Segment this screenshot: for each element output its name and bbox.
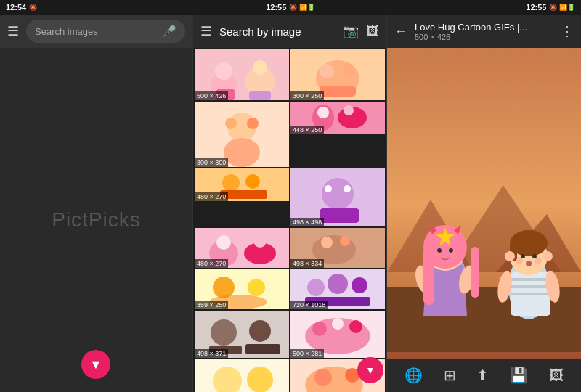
detail-toolbar: ← Love Hug Cartoon GIFs |... 500 × 426 ⋮ — [387, 15, 581, 48]
globe-icon[interactable]: 🌐 — [399, 361, 428, 390]
grid-icon[interactable]: ⊞ — [438, 361, 462, 390]
thumbnail-svg — [195, 102, 289, 167]
grid-item[interactable]: 498 × 334 — [290, 228, 385, 268]
svg-point-105 — [505, 251, 515, 261]
image-grid: 500 × 426 300 × 250 — [193, 48, 386, 392]
svg-point-103 — [516, 257, 523, 264]
hamburger-icon[interactable]: ☰ — [7, 23, 19, 39]
panel-pictpicks: ☰ Search images 🎤 PictPicks ▼ — [0, 15, 192, 392]
svg-point-24 — [245, 174, 260, 189]
time-3: 12:55 — [526, 3, 546, 12]
svg-point-104 — [535, 257, 542, 264]
svg-point-35 — [253, 234, 267, 248]
svg-rect-28 — [320, 208, 359, 223]
svg-point-66 — [314, 369, 332, 386]
svg-point-59 — [332, 318, 344, 330]
status-panel-1: 12:54 🔕 — [0, 0, 194, 15]
svg-point-15 — [225, 118, 237, 129]
grid-item[interactable]: 480 × 270 — [195, 228, 289, 268]
search-toolbar: ☰ Search by image 📷 🖼 — [193, 15, 386, 48]
panel-search: ☰ Search by image 📷 🖼 — [192, 15, 387, 392]
image-icon[interactable]: 🖼 — [543, 362, 569, 390]
svg-rect-54 — [245, 344, 280, 354]
grid-item[interactable]: 498 × 384 — [195, 359, 289, 392]
grid-size: 480 × 270 — [195, 259, 228, 268]
grid-item[interactable]: 480 × 270 — [195, 168, 289, 201]
search-hamburger-icon[interactable]: ☰ — [200, 23, 212, 39]
detail-subtitle: 500 × 426 — [415, 33, 553, 41]
grid-size: 300 × 250 — [290, 91, 324, 100]
svg-point-46 — [307, 279, 325, 296]
grid-item[interactable]: 448 × 250 — [290, 102, 385, 134]
camera-icon[interactable]: 📷 — [343, 23, 359, 39]
grid-size: 498 × 498 — [290, 218, 324, 226]
svg-point-57 — [312, 322, 327, 336]
grid-item[interactable]: 498 × 498 — [290, 168, 385, 226]
svg-point-4 — [253, 60, 267, 75]
status-icons-3: 🔕 📶🔋 — [549, 4, 575, 11]
svg-point-62 — [247, 367, 273, 392]
pictpicks-logo: PictPicks — [52, 208, 141, 232]
grid-item[interactable]: 500 × 426 — [195, 49, 289, 100]
more-icon[interactable]: ⋮ — [561, 23, 574, 39]
save-icon[interactable]: 💾 — [504, 361, 534, 390]
grid-size: 359 × 250 — [195, 301, 228, 309]
svg-point-89 — [450, 251, 458, 258]
filter-icon-1: ▼ — [89, 357, 102, 372]
svg-point-52 — [249, 320, 271, 342]
grid-item[interactable]: 498 × 371 — [195, 311, 289, 358]
main-area: ☰ Search images 🎤 PictPicks ▼ ☰ Search b… — [0, 15, 581, 392]
cartoon-scene — [387, 48, 581, 359]
grid-size: 448 × 250 — [290, 126, 324, 134]
svg-point-23 — [222, 174, 240, 192]
filter-icon-2: ▼ — [365, 364, 375, 376]
grid-size: 500 × 281 — [290, 349, 324, 358]
share-icon[interactable]: ⬆ — [471, 361, 495, 390]
grid-item[interactable]: 359 × 250 — [195, 269, 289, 309]
svg-point-10 — [343, 64, 354, 75]
svg-point-21 — [344, 105, 354, 115]
grid-size: 500 × 426 — [195, 91, 228, 100]
search-title: Search by image — [219, 25, 336, 38]
grid-item[interactable]: 500 × 281 — [290, 311, 385, 358]
status-icons-1: 🔕 — [29, 4, 37, 11]
svg-point-30 — [344, 185, 351, 192]
svg-point-106 — [543, 251, 553, 261]
svg-point-9 — [320, 64, 334, 78]
svg-rect-92 — [511, 278, 550, 281]
svg-point-51 — [211, 319, 237, 346]
grid-size: 498 × 334 — [290, 259, 324, 268]
grid-size: 480 × 270 — [195, 192, 228, 201]
time-1: 12:54 — [6, 3, 26, 12]
grid-size: 498 × 371 — [195, 349, 228, 358]
svg-rect-93 — [511, 285, 550, 288]
mic-icon[interactable]: 🎤 — [162, 25, 176, 38]
search-box[interactable]: Search images 🎤 — [26, 20, 185, 43]
svg-rect-11 — [320, 86, 356, 97]
grid-item[interactable]: 300 × 300 — [195, 102, 289, 167]
filter-fab-2[interactable]: ▼ — [357, 357, 383, 383]
grid-size: 300 × 300 — [195, 158, 228, 167]
svg-point-3 — [215, 62, 232, 80]
image-upload-icon[interactable]: 🖼 — [366, 24, 379, 39]
grid-item[interactable]: 720 × 1018 — [290, 269, 385, 309]
status-panel-2: 12:55 🔕 📶🔋 — [194, 0, 388, 15]
detail-title: Love Hug Cartoon GIFs |... — [415, 22, 553, 33]
grid-item[interactable]: 300 × 250 — [290, 49, 385, 100]
time-2: 12:55 — [266, 3, 286, 12]
detail-title-wrap: Love Hug Cartoon GIFs |... 500 × 426 — [415, 22, 553, 41]
detail-bottom-bar: 🌐 ⊞ ⬆ 💾 🖼 — [387, 359, 581, 392]
svg-rect-84 — [471, 247, 479, 298]
pictpicks-content: PictPicks — [0, 48, 192, 392]
detail-image-area — [387, 48, 581, 359]
svg-point-39 — [321, 237, 333, 248]
grid-size: 720 × 1018 — [290, 301, 328, 309]
svg-point-29 — [325, 185, 332, 192]
svg-point-34 — [216, 235, 231, 250]
status-panel-3: 12:55 🔕 📶🔋 — [387, 0, 581, 15]
svg-point-102 — [526, 261, 532, 266]
back-icon[interactable]: ← — [394, 24, 407, 39]
svg-point-14 — [224, 138, 260, 167]
svg-point-16 — [247, 118, 259, 129]
filter-fab-1[interactable]: ▼ — [81, 350, 110, 379]
